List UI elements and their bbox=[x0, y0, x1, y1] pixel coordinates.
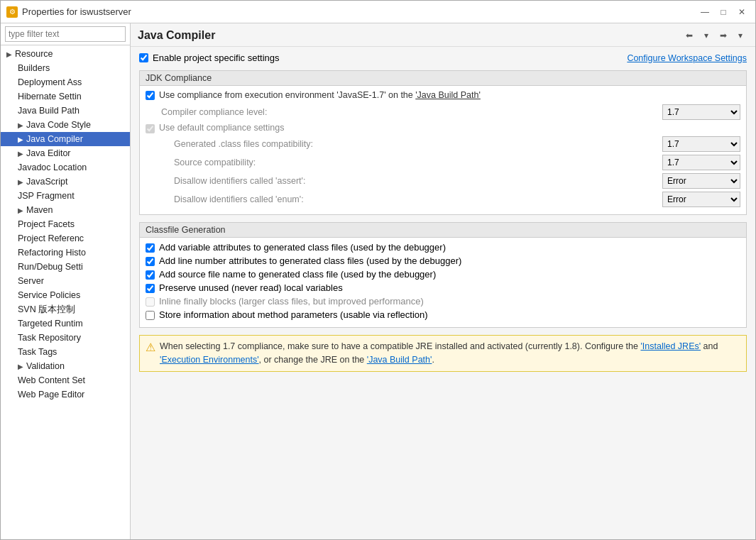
titlebar-controls: — □ ✕ bbox=[697, 4, 750, 20]
sidebar-item-java-code-style[interactable]: ▶ Java Code Style bbox=[1, 118, 130, 132]
source-compat-label: Source compatibility: bbox=[146, 158, 662, 167]
sidebar-item-label-deployment-ass: Deployment Ass bbox=[18, 77, 82, 87]
java-build-path-link-1[interactable]: 'Java Build Path' bbox=[415, 90, 481, 100]
sidebar-item-web-content-settings[interactable]: Web Content Set bbox=[1, 373, 130, 387]
sidebar-item-deployment-ass[interactable]: Deployment Ass bbox=[1, 75, 130, 89]
close-button[interactable]: ✕ bbox=[734, 4, 750, 20]
sidebar-item-task-repository[interactable]: Task Repository bbox=[1, 331, 130, 345]
sidebar-item-builders[interactable]: Builders bbox=[1, 61, 130, 75]
sidebar-item-web-page-editor[interactable]: Web Page Editor bbox=[1, 387, 130, 402]
disallow-enum-row: Disallow identifiers called 'enum': Erro… bbox=[146, 192, 740, 207]
sidebar-item-label-svn: SVN 版本控制 bbox=[18, 304, 75, 316]
disallow-enum-select[interactable]: Error bbox=[662, 192, 740, 207]
sidebar-item-service-policies[interactable]: Service Policies bbox=[1, 288, 130, 302]
sidebar-item-resource[interactable]: ▶ Resource bbox=[1, 47, 130, 61]
sidebar-item-label-project-facets: Project Facets bbox=[18, 219, 75, 229]
classfile-row-inline-finally: Inline finally blocks (larger class file… bbox=[146, 296, 740, 307]
sidebar-item-project-references[interactable]: Project Referenc bbox=[1, 231, 130, 246]
sidebar-item-task-tags[interactable]: Task Tags bbox=[1, 345, 130, 359]
sidebar-item-label-java-build-path: Java Build Path bbox=[18, 106, 80, 116]
warning-box: ⚠ When selecting 1.7 compliance, make su… bbox=[139, 335, 747, 372]
sidebar-item-java-compiler[interactable]: ▶ Java Compiler bbox=[1, 132, 130, 146]
sidebar-item-label-web-page-editor: Web Page Editor bbox=[18, 390, 84, 400]
classfile-checkbox-preserve-unused[interactable] bbox=[146, 284, 155, 293]
enable-project-checkbox[interactable] bbox=[139, 53, 148, 62]
sidebar-item-java-build-path[interactable]: Java Build Path bbox=[1, 104, 130, 118]
compiler-level-row: Compiler compliance level: 1.7 bbox=[146, 104, 740, 120]
sidebar-item-label-java-compiler: Java Compiler bbox=[26, 134, 83, 144]
default-compliance-label: Use default compliance settings bbox=[159, 123, 284, 133]
sidebar-item-validation[interactable]: ▶ Validation bbox=[1, 359, 130, 373]
classfile-checkbox-add-source-file[interactable] bbox=[146, 270, 155, 280]
sidebar-item-label-server: Server bbox=[18, 276, 44, 286]
sidebar-item-maven[interactable]: ▶ Maven bbox=[1, 203, 130, 217]
sidebar-item-label-javadoc-location: Javadoc Location bbox=[18, 162, 87, 172]
warning-text: When selecting 1.7 compliance, make sure… bbox=[160, 340, 740, 367]
nav-forward-dropdown-button[interactable]: ▾ bbox=[733, 28, 748, 43]
generated-compat-label: Generated .class files compatibility: bbox=[146, 139, 662, 149]
sidebar-item-hibernate-settings[interactable]: Hibernate Settin bbox=[1, 89, 130, 104]
use-compliance-env: 'JavaSE-1.7' bbox=[336, 90, 385, 100]
jdk-section-header: JDK Compliance bbox=[140, 71, 746, 86]
page-title: Java Compiler bbox=[138, 29, 215, 42]
titlebar-left: ⚙ Properties for iswustserver bbox=[6, 6, 131, 18]
nav-list: ▶ ResourceBuildersDeployment AssHibernat… bbox=[1, 45, 130, 539]
maximize-button[interactable]: □ bbox=[716, 4, 731, 20]
content-area: ▶ ResourceBuildersDeployment AssHibernat… bbox=[1, 23, 755, 539]
disallow-enum-label: Disallow identifiers called 'enum': bbox=[146, 194, 662, 204]
sidebar-item-run-debug-settings[interactable]: Run/Debug Setti bbox=[1, 260, 130, 274]
sidebar-item-svn[interactable]: SVN 版本控制 bbox=[1, 302, 130, 316]
classfile-checkbox-store-method-params[interactable] bbox=[146, 311, 155, 320]
default-compliance-checkbox[interactable] bbox=[146, 124, 155, 133]
classfile-label-store-method-params: Store information about method parameter… bbox=[159, 309, 428, 320]
workspace-settings-link[interactable]: Configure Workspace Settings bbox=[627, 53, 747, 63]
use-compliance-checkbox[interactable] bbox=[146, 91, 155, 100]
sidebar-item-javadoc-location[interactable]: Javadoc Location bbox=[1, 160, 130, 175]
classfile-checkbox-add-line-number[interactable] bbox=[146, 257, 155, 266]
sidebar-item-jsp-fragment[interactable]: JSP Fragment bbox=[1, 189, 130, 203]
sidebar-item-server[interactable]: Server bbox=[1, 274, 130, 288]
disallow-assert-select[interactable]: Error bbox=[662, 173, 740, 189]
enable-project-label[interactable]: Enable project specific settings bbox=[153, 53, 279, 63]
sidebar-item-label-jsp-fragment: JSP Fragment bbox=[18, 191, 75, 201]
nav-back-button[interactable]: ⬅ bbox=[681, 28, 697, 43]
nav-forward-button[interactable]: ➡ bbox=[716, 28, 731, 43]
sidebar-item-label-java-editor: Java Editor bbox=[26, 148, 71, 158]
installed-jres-link[interactable]: 'Installed JREs' bbox=[640, 341, 701, 351]
classfile-row-store-method-params: Store information about method parameter… bbox=[146, 309, 740, 320]
sidebar-item-label-project-references: Project Referenc bbox=[18, 233, 84, 243]
sidebar-item-label-resource: Resource bbox=[15, 49, 53, 59]
sidebar-item-project-facets[interactable]: Project Facets bbox=[1, 217, 130, 231]
generated-compat-select[interactable]: 1.7 bbox=[662, 136, 740, 152]
filter-input[interactable] bbox=[5, 26, 126, 42]
header-nav: ⬅ ▾ ➡ ▾ bbox=[681, 28, 748, 43]
classfile-checkbox-add-variable[interactable] bbox=[146, 243, 155, 253]
sidebar-item-label-validation: Validation bbox=[26, 361, 65, 371]
compiler-level-select[interactable]: 1.7 bbox=[662, 104, 740, 120]
compiler-level-label: Compiler compliance level: bbox=[146, 107, 662, 117]
disallow-assert-row: Disallow identifiers called 'assert': Er… bbox=[146, 173, 740, 189]
jdk-section-body: Use compliance from execution environmen… bbox=[140, 86, 746, 214]
use-compliance-mid: on the bbox=[386, 90, 416, 100]
sidebar-item-targeted-runtime[interactable]: Targeted Runtim bbox=[1, 316, 130, 331]
classfile-checkbox-inline-finally[interactable] bbox=[146, 297, 155, 307]
disallow-assert-label: Disallow identifiers called 'assert': bbox=[146, 176, 662, 186]
sidebar-item-label-javascript: JavaScript bbox=[26, 177, 67, 187]
sidebar-item-label-maven: Maven bbox=[26, 205, 53, 215]
generated-compat-row: Generated .class files compatibility: 1.… bbox=[146, 136, 740, 152]
sidebar-item-java-editor[interactable]: ▶ Java Editor bbox=[1, 146, 130, 160]
minimize-button[interactable]: — bbox=[697, 4, 713, 20]
source-compat-select[interactable]: 1.7 bbox=[662, 155, 740, 170]
classfile-row-add-line-number: Add line number attributes to generated … bbox=[146, 255, 740, 266]
sidebar-item-label-run-debug-settings: Run/Debug Setti bbox=[18, 262, 83, 272]
java-build-path-link-2[interactable]: 'Java Build Path' bbox=[367, 355, 432, 365]
jdk-section: JDK Compliance Use compliance from execu… bbox=[139, 70, 747, 215]
sidebar-item-javascript[interactable]: ▶ JavaScript bbox=[1, 175, 130, 189]
nav-dropdown-button[interactable]: ▾ bbox=[699, 28, 714, 43]
app-icon: ⚙ bbox=[6, 6, 18, 18]
exec-env-link[interactable]: 'Execution Environments' bbox=[160, 355, 259, 365]
classfile-label-add-variable: Add variable attributes to generated cla… bbox=[159, 242, 446, 253]
main-panel: Java Compiler ⬅ ▾ ➡ ▾ Enable project spe… bbox=[131, 23, 755, 539]
sidebar-item-refactoring-history[interactable]: Refactoring Histo bbox=[1, 246, 130, 260]
warning-icon: ⚠ bbox=[146, 341, 155, 354]
